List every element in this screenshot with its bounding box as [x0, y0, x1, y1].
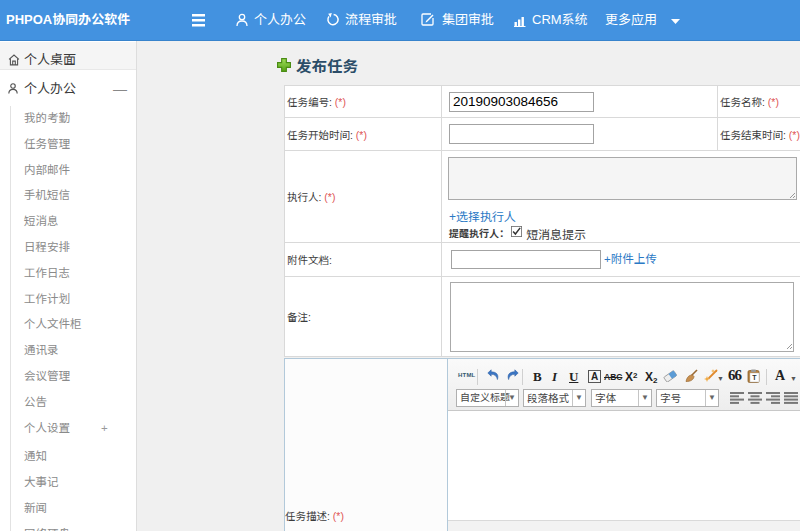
svg-text:T: T	[752, 374, 757, 381]
